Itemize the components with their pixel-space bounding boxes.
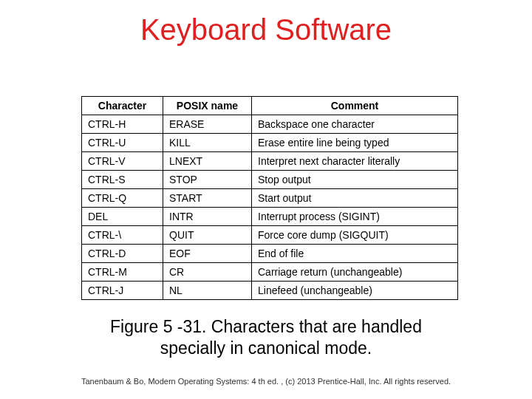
table-row: CTRL-V LNEXT Interpret next character li… [82,152,458,171]
cell-character: CTRL-V [82,152,163,171]
table-row: CTRL-H ERASE Backspace one character [82,115,458,134]
cell-character: CTRL-J [82,282,163,300]
caption-line-1: Figure 5 -31. Characters that are handle… [110,317,422,336]
table-header-row: Character POSIX name Comment [82,97,458,115]
cell-posix: STOP [163,171,252,189]
cell-character: CTRL-M [82,263,163,282]
cell-comment: Interpret next character literally [252,152,458,171]
table-row: CTRL-D EOF End of file [82,245,458,263]
col-header-comment: Comment [252,97,458,115]
cell-posix: QUIT [163,226,252,245]
cell-character: DEL [82,208,163,226]
cell-posix: CR [163,263,252,282]
cell-posix: INTR [163,208,252,226]
cell-posix: LNEXT [163,152,252,171]
cell-comment: End of file [252,245,458,263]
cell-comment: Linefeed (unchangeable) [252,282,458,300]
cell-comment: Start output [252,189,458,208]
caption-line-2: specially in canonical mode. [160,338,372,358]
cell-character: CTRL-S [82,171,163,189]
col-header-posix: POSIX name [163,97,252,115]
cell-comment: Force core dump (SIGQUIT) [252,226,458,245]
cell-comment: Stop output [252,171,458,189]
cell-comment: Interrupt process (SIGINT) [252,208,458,226]
copyright-footer: Tanenbaum & Bo, Modern Operating Systems… [0,377,532,386]
cell-posix: KILL [163,134,252,152]
table-row: CTRL-U KILL Erase entire line being type… [82,134,458,152]
slide-title: Keyboard Software [0,13,532,47]
cell-character: CTRL-H [82,115,163,134]
cell-comment: Backspace one character [252,115,458,134]
table-row: DEL INTR Interrupt process (SIGINT) [82,208,458,226]
cell-character: CTRL-Q [82,189,163,208]
table-row: CTRL-Q START Start output [82,189,458,208]
cell-posix: NL [163,282,252,300]
cell-character: CTRL-U [82,134,163,152]
cell-posix: ERASE [163,115,252,134]
table-row: CTRL-M CR Carriage return (unchangeable) [82,263,458,282]
cell-posix: START [163,189,252,208]
table-row: CTRL-\ QUIT Force core dump (SIGQUIT) [82,226,458,245]
slide: Keyboard Software Character POSIX name C… [0,0,532,399]
figure-caption: Figure 5 -31. Characters that are handle… [0,316,532,359]
table-row: CTRL-S STOP Stop output [82,171,458,189]
cell-character: CTRL-D [82,245,163,263]
character-table: Character POSIX name Comment CTRL-H ERAS… [81,96,458,300]
cell-comment: Erase entire line being typed [252,134,458,152]
col-header-character: Character [82,97,163,115]
cell-comment: Carriage return (unchangeable) [252,263,458,282]
cell-posix: EOF [163,245,252,263]
table-row: CTRL-J NL Linefeed (unchangeable) [82,282,458,300]
cell-character: CTRL-\ [82,226,163,245]
